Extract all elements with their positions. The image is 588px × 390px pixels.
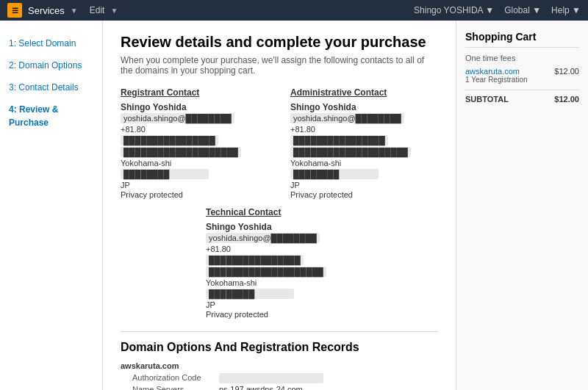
auth-code-row: Authorization Code ████████: [121, 373, 438, 383]
admin-name: Shingo Yoshida: [290, 102, 438, 112]
admin-address2: ████████████████████: [290, 147, 411, 157]
top-navigation: ☰ Services ▼ Edit ▼ Shingo YOSHIDA ▼ Glo…: [0, 0, 588, 21]
help-menu[interactable]: Help ▼: [551, 5, 581, 15]
auth-code-label: Authorization Code: [132, 373, 213, 383]
cart-subtotal-label: SUBTOTAL: [465, 95, 509, 104]
edit-nav[interactable]: Edit: [90, 5, 105, 15]
main-layout: 1: Select Domain 2: Domain Options 3: Co…: [0, 21, 588, 390]
technical-address1: ████████████████: [206, 255, 304, 265]
technical-zip: ████████: [206, 289, 294, 299]
cart-item-domain: awskaruta.com 1 Year Registration $12.00: [465, 67, 579, 84]
registrant-country: JP: [121, 181, 268, 189]
sidebar-item-review-purchase[interactable]: 4: Review & Purchase: [0, 98, 102, 134]
sidebar-item-contact-details[interactable]: 3: Contact Details: [0, 76, 102, 98]
domain-name: awskaruta.com: [121, 361, 438, 370]
admin-email: yoshida.shingo@████████: [290, 113, 404, 123]
page-title: Review details and complete your purchas…: [121, 34, 438, 51]
technical-email: yoshida.shingo@████████: [206, 233, 320, 243]
divider-1: [121, 331, 438, 332]
registrant-title: Registrant Contact: [121, 87, 268, 98]
admin-city: Yokohama-shi: [290, 159, 438, 167]
user-menu[interactable]: Shingo YOSHIDA ▼: [414, 5, 494, 15]
technical-phone: +81.80: [206, 245, 353, 253]
technical-city: Yokohama-shi: [206, 278, 353, 287]
user-name: Shingo YOSHIDA: [414, 5, 483, 15]
cart-domain-name: awskaruta.com: [465, 67, 528, 76]
admin-country: JP: [290, 181, 438, 189]
technical-privacy: Privacy protected: [206, 310, 353, 319]
sidebar: 1: Select Domain 2: Domain Options 3: Co…: [0, 21, 103, 390]
admin-zip: ████████: [290, 169, 379, 179]
registrant-privacy: Privacy protected: [121, 190, 268, 199]
technical-title: Technical Contact: [206, 207, 353, 217]
admin-phone: +81.80: [290, 125, 438, 134]
help-label: Help: [551, 5, 570, 15]
services-nav[interactable]: Services: [28, 5, 65, 16]
admin-privacy: Privacy protected: [290, 190, 438, 199]
cart-panel: Shopping Cart One time fees awskaruta.co…: [456, 21, 588, 390]
help-caret: ▼: [572, 5, 581, 15]
name-servers-label: Name Servers: [132, 385, 213, 390]
global-caret: ▼: [532, 5, 541, 15]
cart-subtotal: SUBTOTAL $12.00: [465, 90, 579, 104]
registrant-name: Shingo Yoshida: [121, 102, 268, 112]
aws-logo: ☰: [7, 3, 22, 18]
page-subtitle: When you complete your purchase, we'll a…: [121, 55, 438, 76]
registrant-address1: ████████████████: [121, 135, 218, 145]
cart-subtotal-value: $12.00: [554, 95, 579, 104]
sidebar-item-select-domain[interactable]: 1: Select Domain: [0, 32, 102, 54]
sidebar-item-domain-options[interactable]: 2: Domain Options: [0, 54, 102, 76]
registrant-phone: +81.80: [121, 125, 268, 134]
registrant-email: yoshida.shingo@████████: [121, 113, 234, 123]
user-caret: ▼: [485, 5, 494, 15]
edit-caret: ▼: [110, 7, 118, 15]
cart-item-price: $12.00: [554, 67, 579, 84]
admin-contact: Administrative Contact Shingo Yoshida yo…: [290, 87, 438, 200]
registrant-address2: ████████████████████: [121, 147, 241, 157]
technical-contact: Technical Contact Shingo Yoshida yoshida…: [206, 207, 353, 319]
domain-options-table: awskaruta.com Authorization Code ███████…: [121, 361, 438, 390]
technical-contact-wrapper: Technical Contact Shingo Yoshida yoshida…: [121, 207, 438, 319]
services-caret: ▼: [71, 7, 78, 15]
cart-fees-label: One time fees: [465, 54, 579, 62]
global-menu[interactable]: Global ▼: [504, 5, 541, 15]
main-content: Review details and complete your purchas…: [103, 21, 456, 390]
ns1: ns-197.awsdns-24.com: [219, 385, 311, 390]
technical-country: JP: [206, 300, 353, 309]
auth-code-value: ████████: [219, 373, 323, 383]
contacts-section: Registrant Contact Shingo Yoshida yoshid…: [121, 87, 438, 200]
registrant-city: Yokohama-shi: [121, 159, 268, 167]
name-servers-row: Name Servers ns-197.awsdns-24.com ns-132…: [121, 385, 438, 390]
technical-name: Shingo Yoshida: [206, 222, 353, 232]
registrant-zip: ████████: [121, 169, 209, 179]
registrant-contact: Registrant Contact Shingo Yoshida yoshid…: [121, 87, 268, 200]
cart-domain-desc: 1 Year Registration: [465, 76, 528, 84]
domain-options-title: Domain Options And Registration Records: [121, 341, 438, 354]
cart-title: Shopping Cart: [465, 31, 579, 48]
global-label: Global: [504, 5, 530, 15]
technical-address2: ████████████████████: [206, 267, 326, 277]
admin-address1: ████████████████: [290, 135, 388, 145]
admin-title: Administrative Contact: [290, 87, 438, 98]
